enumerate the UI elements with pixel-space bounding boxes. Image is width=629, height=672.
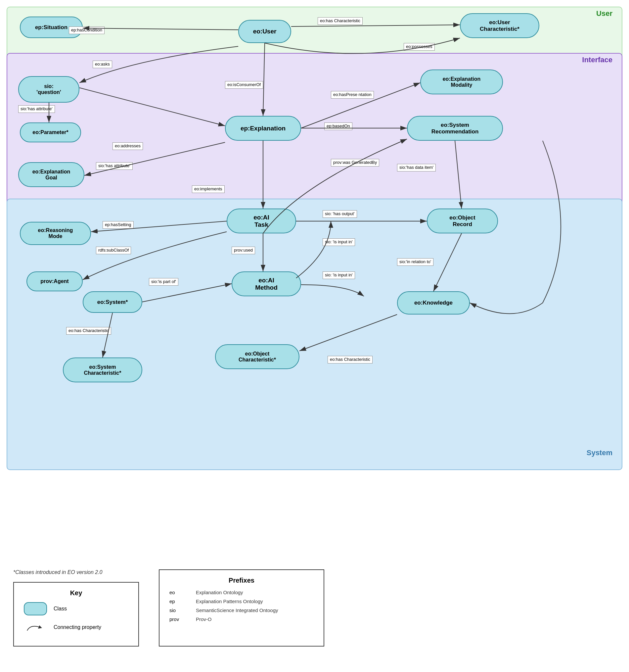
edge-prov-used: prov:used [232, 247, 255, 254]
key-arrow-svg [24, 621, 47, 634]
node-eo-user: eo:User [238, 20, 291, 43]
edge-sio-isInputIn1: sio: 'is input in' [323, 238, 355, 246]
node-eo-ai-task: eo:AI Task [227, 209, 296, 233]
edge-prov-wasGeneratedBy: prov:was GeneratedBy [331, 159, 379, 167]
edge-eo-hasCharacteristic3: eo:has Characteristic [328, 356, 373, 363]
prefix-key: eo [169, 590, 189, 595]
prefix-value: Prov-O [196, 616, 212, 622]
key-property-label: Connecting property [54, 624, 101, 630]
key-box: Key Class Connecting property [13, 582, 139, 647]
edge-eo-addresses: eo:addresses [112, 142, 143, 150]
key-class-label: Class [54, 606, 67, 612]
node-eo-explanation-modality: eo:Explanation Modality [420, 70, 503, 94]
edge-eo-hasCharacteristic2: eo:has Characteristic [66, 327, 111, 335]
edge-ep-hasCondition: ep:hasCondition [69, 26, 105, 34]
edge-sio-isInputIn2: sio: 'is input in' [323, 271, 355, 279]
node-ep-explanation: ep:Explanation [225, 116, 301, 141]
prefixes-box: Prefixes eoExplanation OntologyepExplana… [159, 569, 324, 647]
node-eo-system: eo:System* [83, 291, 142, 313]
edge-eo-asks: eo:asks [93, 61, 112, 68]
edge-rdfs-subClassOf: rdfs:subClassOf [96, 247, 131, 254]
edge-sio-hasAttribute1: sio:'has attribute' [18, 105, 55, 113]
system-label: System [587, 449, 612, 457]
edge-eo-hasPresentation: eo:hasPrese ntation [331, 91, 374, 99]
node-eo-ai-method: eo:AI Method [232, 271, 301, 296]
edge-sio-hasDataItem: sio:'has data item' [397, 164, 436, 171]
node-eo-object-characteristic: eo:Object Characteristic* [215, 344, 299, 369]
interface-label: Interface [582, 56, 612, 64]
node-eo-system-recommendation: eo:System Recommendation [407, 116, 503, 141]
node-eo-object-record: eo:Object Record [427, 209, 498, 233]
node-eo-user-characteristic: eo:User Characteristic* [460, 13, 539, 38]
node-eo-system-characteristic: eo:System Characteristic* [63, 358, 142, 382]
prefix-value: Explanation Patterns Ontology [196, 599, 263, 604]
key-arrow-shape [24, 621, 47, 634]
prefix-row: sioSemanticScience Integrated Ontoogy [169, 607, 314, 613]
bottom-section: *Classes introduced in EO version 2.0 Ke… [0, 563, 629, 653]
node-sio-question: sio: 'question' [18, 76, 79, 103]
bottom-left: *Classes introduced in EO version 2.0 Ke… [13, 569, 139, 647]
edge-eo-possesses: eo:possesses [404, 43, 435, 51]
edge-eo-isConsumerOf: eo:isConsumerOf [225, 81, 263, 89]
main-diagram: User Interface System ep:Situation eo:Us… [0, 0, 629, 563]
prefix-row: provProv-O [169, 616, 314, 622]
prefixes-title: Prefixes [169, 577, 314, 584]
edge-eo-hasCharacteristic1: eo:has Characteristic [318, 17, 363, 25]
edge-ep-basedOn: ep:basedOn [324, 122, 352, 130]
prefix-row: eoExplanation Ontology [169, 590, 314, 595]
prefix-key: sio [169, 607, 189, 613]
node-eo-parameter: eo:Parameter* [20, 122, 81, 142]
node-prov-agent: prov:Agent [26, 271, 83, 291]
key-title: Key [24, 589, 128, 597]
footnote: *Classes introduced in EO version 2.0 [13, 569, 139, 575]
key-item-class: Class [24, 602, 128, 616]
key-class-shape [24, 602, 47, 616]
prefix-key: ep [169, 599, 189, 604]
node-eo-explanation-goal: eo:Explanation Goal [18, 162, 84, 187]
edge-eo-implements: eo:implements [192, 185, 225, 193]
edge-sio-inRelationTo: sio:'in relation to' [397, 258, 433, 266]
user-label: User [596, 9, 612, 18]
key-item-property: Connecting property [24, 621, 128, 634]
interface-region [7, 53, 622, 215]
prefix-value: SemanticScience Integrated Ontoogy [196, 607, 278, 613]
prefix-key: prov [169, 616, 189, 622]
edge-ep-hasSetting: ep:hasSetting [103, 221, 134, 229]
edge-sio-hasAttribute2: sio:'has attribute' [96, 162, 133, 170]
prefix-rows: eoExplanation OntologyepExplanation Patt… [169, 590, 314, 622]
node-eo-reasoning-mode: eo:Reasoning Mode [20, 222, 91, 245]
node-eo-knowledge: eo:Knowledge [397, 291, 470, 314]
edge-sio-isPart: sio:'is part of' [149, 278, 178, 286]
prefix-row: epExplanation Patterns Ontology [169, 599, 314, 604]
prefix-value: Explanation Ontology [196, 590, 243, 595]
edge-sio-hasOutput: sio: 'has output' [323, 210, 357, 218]
